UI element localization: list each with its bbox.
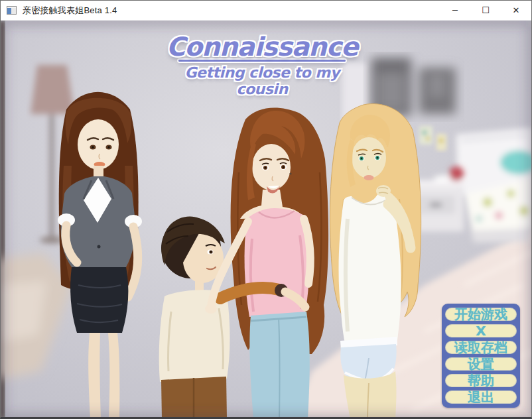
main-menu-panel: 开始游戏 X 读取存档 设置 帮助 退出	[442, 304, 520, 408]
maximize-button[interactable]: ☐	[470, 1, 501, 21]
menu-help-button[interactable]: 帮助	[445, 374, 517, 387]
menu-settings-button[interactable]: 设置	[445, 357, 517, 371]
window-titlebar: 亲密接触我表姐Beta 1.4 ─ ☐ ✕	[1, 1, 531, 21]
game-window: 亲密接触我表姐Beta 1.4 ─ ☐ ✕	[0, 0, 532, 419]
minimize-button[interactable]: ─	[440, 1, 470, 21]
menu-x-button[interactable]: X	[445, 324, 517, 337]
red-object	[449, 166, 464, 181]
window-controls: ─ ☐ ✕	[440, 1, 531, 21]
hand	[205, 304, 217, 314]
menu-start-game-button[interactable]: 开始游戏	[445, 308, 517, 321]
menu-quit-button[interactable]: 退出	[445, 390, 517, 404]
app-window-icon	[7, 6, 17, 15]
game-scene: Connaissance Getting close to my cousin …	[1, 21, 531, 418]
close-button[interactable]: ✕	[501, 1, 531, 21]
menu-load-save-button[interactable]: 读取存档	[445, 341, 517, 354]
window-title: 亲密接触我表姐Beta 1.4	[23, 5, 117, 17]
